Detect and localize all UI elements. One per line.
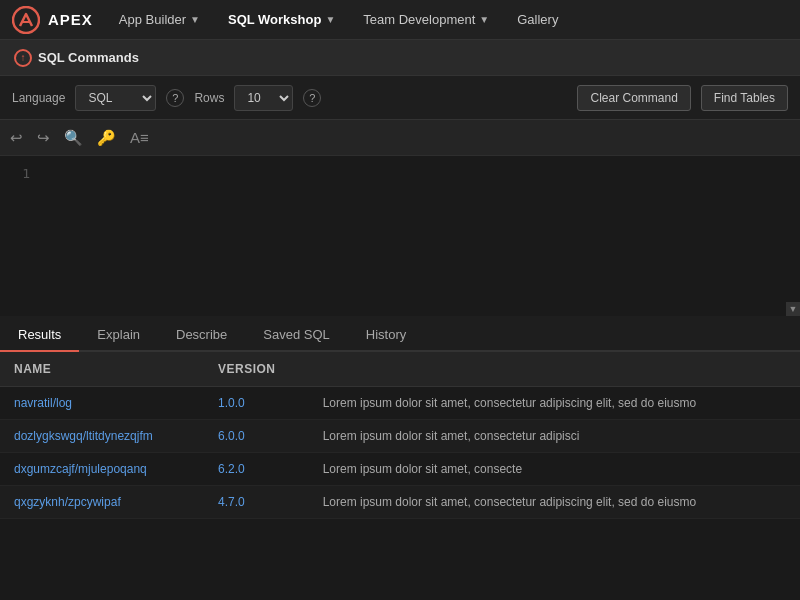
- cell-name: dxgumzcajf/mjulepoqanq: [0, 453, 204, 486]
- search-icon[interactable]: 🔍: [64, 129, 83, 147]
- col-version: VERSION: [204, 352, 309, 387]
- table-header-row: NAME VERSION: [0, 352, 800, 387]
- cell-version: 6.2.0: [204, 453, 309, 486]
- results-table-container: NAME VERSION navratil/log1.0.0Lorem ipsu…: [0, 352, 800, 600]
- tab-saved-sql[interactable]: Saved SQL: [245, 319, 348, 352]
- cell-description: Lorem ipsum dolor sit amet, consecte: [309, 453, 800, 486]
- cell-description: Lorem ipsum dolor sit amet, consectetur …: [309, 486, 800, 519]
- up-icon: ↑: [14, 49, 32, 67]
- results-tabs: Results Explain Describe Saved SQL Histo…: [0, 316, 800, 352]
- language-select[interactable]: SQL PL/SQL: [75, 85, 156, 111]
- undo-icon[interactable]: ↩: [10, 129, 23, 147]
- sql-editor: 1 ▼: [0, 156, 800, 316]
- apex-logo-text: APEX: [48, 11, 93, 28]
- nav-item-gallery[interactable]: Gallery: [507, 8, 568, 31]
- sql-toolbar: Language SQL PL/SQL ? Rows 10 25 50 100 …: [0, 76, 800, 120]
- table-row: navratil/log1.0.0Lorem ipsum dolor sit a…: [0, 387, 800, 420]
- font-icon[interactable]: A≡: [130, 129, 149, 146]
- cell-name: dozlygkswgq/ltitdynezqjfm: [0, 420, 204, 453]
- line-numbers: 1: [0, 164, 40, 308]
- tab-describe[interactable]: Describe: [158, 319, 245, 352]
- nav-item-app-builder[interactable]: App Builder ▼: [109, 8, 210, 31]
- editor-toolbar: ↩ ↪ 🔍 🔑 A≡: [0, 120, 800, 156]
- table-row: dxgumzcajf/mjulepoqanq6.2.0Lorem ipsum d…: [0, 453, 800, 486]
- cell-version: 6.0.0: [204, 420, 309, 453]
- results-table: NAME VERSION navratil/log1.0.0Lorem ipsu…: [0, 352, 800, 519]
- chevron-down-icon: ▼: [479, 14, 489, 25]
- tab-explain[interactable]: Explain: [79, 319, 158, 352]
- tab-history[interactable]: History: [348, 319, 424, 352]
- language-label: Language: [12, 91, 65, 105]
- col-name: NAME: [0, 352, 204, 387]
- cell-description: Lorem ipsum dolor sit amet, consectetur …: [309, 387, 800, 420]
- find-tables-button[interactable]: Find Tables: [701, 85, 788, 111]
- svg-point-0: [13, 7, 39, 33]
- cell-version: 4.7.0: [204, 486, 309, 519]
- col-description: [309, 352, 800, 387]
- table-row: qxgzyknh/zpcywipaf4.7.0Lorem ipsum dolor…: [0, 486, 800, 519]
- redo-icon[interactable]: ↪: [37, 129, 50, 147]
- nav-item-sql-workshop[interactable]: SQL Workshop ▼: [218, 8, 345, 31]
- apex-logo-icon: [12, 6, 40, 34]
- cell-version: 1.0.0: [204, 387, 309, 420]
- chevron-down-icon: ▼: [190, 14, 200, 25]
- key-icon[interactable]: 🔑: [97, 129, 116, 147]
- cell-name: navratil/log: [0, 387, 204, 420]
- nav-item-team-development[interactable]: Team Development ▼: [353, 8, 499, 31]
- language-help-icon[interactable]: ?: [166, 89, 184, 107]
- clear-command-button[interactable]: Clear Command: [577, 85, 690, 111]
- sql-input[interactable]: [40, 164, 800, 308]
- chevron-down-icon: ▼: [325, 14, 335, 25]
- scroll-arrow: ▼: [786, 302, 800, 316]
- apex-logo: APEX: [12, 6, 93, 34]
- breadcrumb: ↑ SQL Commands: [0, 40, 800, 76]
- cell-description: Lorem ipsum dolor sit amet, consectetur …: [309, 420, 800, 453]
- rows-help-icon[interactable]: ?: [303, 89, 321, 107]
- tab-results[interactable]: Results: [0, 319, 79, 352]
- chevron-down-icon: ▼: [789, 304, 798, 314]
- top-navigation: APEX App Builder ▼ SQL Workshop ▼ Team D…: [0, 0, 800, 40]
- rows-select[interactable]: 10 25 50 100 200: [234, 85, 293, 111]
- cell-name: qxgzyknh/zpcywipaf: [0, 486, 204, 519]
- breadcrumb-label: SQL Commands: [38, 50, 139, 65]
- table-row: dozlygkswgq/ltitdynezqjfm6.0.0Lorem ipsu…: [0, 420, 800, 453]
- rows-label: Rows: [194, 91, 224, 105]
